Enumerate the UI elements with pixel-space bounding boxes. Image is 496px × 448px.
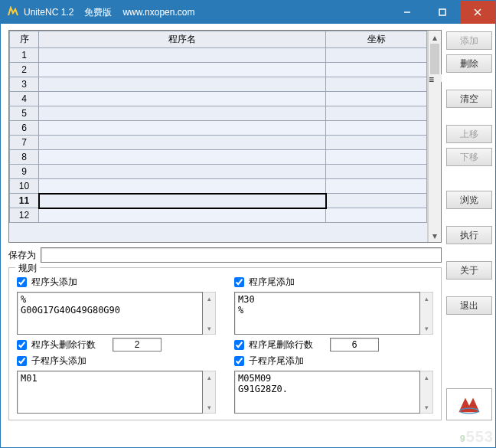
sub-head-label: 子程序头添加 [31, 355, 86, 368]
app-title: UniteNC 1.2 [24, 7, 73, 18]
row-number: 5 [10, 106, 39, 121]
tail-add-checkbox-row[interactable]: 程序尾添加 [234, 276, 433, 289]
textarea-scrollbar[interactable]: ▴▾ [420, 371, 433, 414]
scroll-down-icon[interactable]: ▾ [429, 229, 441, 242]
textarea-scrollbar[interactable]: ▴▾ [420, 292, 433, 335]
program-cell[interactable] [39, 136, 326, 150]
coord-cell[interactable] [326, 150, 427, 165]
coord-cell[interactable] [326, 194, 427, 208]
sub-tail-checkbox[interactable] [234, 356, 244, 366]
program-cell[interactable] [39, 92, 326, 106]
delete-button[interactable]: 删除 [446, 54, 492, 73]
program-cell[interactable] [39, 179, 326, 194]
add-button[interactable]: 添加 [446, 31, 492, 50]
tail-add-label: 程序尾添加 [249, 276, 295, 289]
tail-add-checkbox[interactable] [234, 277, 244, 287]
coord-cell[interactable] [326, 121, 427, 136]
program-table[interactable]: 序 程序名 坐标 123456789101112 ▴ ≡ ▾ [8, 30, 442, 243]
minimize-button[interactable] [390, 1, 425, 24]
scroll-thumb[interactable] [430, 44, 439, 74]
textarea-scrollbar[interactable]: ▴▾ [203, 371, 216, 414]
app-icon [7, 6, 19, 18]
program-cell[interactable] [39, 48, 326, 63]
sub-head-checkbox[interactable] [17, 356, 27, 366]
table-row[interactable]: 6 [10, 121, 427, 136]
sub-head-checkbox-row[interactable]: 子程序头添加 [17, 355, 216, 368]
head-del-checkbox-row[interactable]: 程序头删除行数 [17, 338, 216, 352]
coord-cell[interactable] [326, 48, 427, 63]
program-cell[interactable] [39, 194, 326, 208]
exit-button[interactable]: 退出 [446, 296, 492, 315]
coord-cell[interactable] [326, 106, 427, 121]
close-button[interactable] [460, 1, 495, 24]
table-row[interactable]: 1 [10, 48, 427, 63]
head-del-input[interactable] [113, 338, 162, 352]
coord-cell[interactable] [326, 77, 427, 92]
col-coord[interactable]: 坐标 [326, 31, 427, 48]
coord-cell[interactable] [326, 179, 427, 194]
svg-rect-1 [439, 9, 445, 15]
table-row[interactable]: 8 [10, 150, 427, 165]
tail-add-textarea[interactable] [234, 292, 420, 335]
url-label: www.nxopen.com [122, 7, 194, 18]
program-cell[interactable] [39, 150, 326, 165]
table-row[interactable]: 3 [10, 77, 427, 92]
saveas-input[interactable] [41, 247, 442, 263]
table-row[interactable]: 5 [10, 106, 427, 121]
table-scrollbar[interactable]: ▴ ≡ ▾ [428, 31, 441, 242]
head-add-label: 程序头添加 [31, 276, 77, 289]
row-number: 11 [10, 194, 39, 208]
program-cell[interactable] [39, 63, 326, 77]
row-number: 4 [10, 92, 39, 106]
tail-del-checkbox[interactable] [234, 340, 244, 350]
table-row[interactable]: 12 [10, 208, 427, 223]
head-del-checkbox[interactable] [17, 340, 27, 350]
maximize-button[interactable] [425, 1, 460, 24]
table-row[interactable]: 10 [10, 179, 427, 194]
tail-del-checkbox-row[interactable]: 程序尾删除行数 [234, 338, 433, 352]
program-cell[interactable] [39, 77, 326, 92]
row-number: 12 [10, 208, 39, 223]
coord-cell[interactable] [326, 63, 427, 77]
tail-del-label: 程序尾删除行数 [249, 338, 313, 352]
clear-button[interactable]: 清空 [446, 90, 492, 108]
tail-del-input[interactable] [330, 338, 379, 352]
row-number: 8 [10, 150, 39, 165]
coord-cell[interactable] [326, 208, 427, 223]
table-row[interactable]: 7 [10, 136, 427, 150]
row-number: 10 [10, 179, 39, 194]
head-del-label: 程序头删除行数 [31, 338, 96, 352]
move-down-button[interactable]: 下移 [446, 148, 492, 166]
titlebar: UniteNC 1.2 免费版 www.nxopen.com [1, 1, 495, 24]
col-seq[interactable]: 序 [10, 31, 39, 48]
execute-button[interactable]: 执行 [446, 226, 492, 244]
program-cell[interactable] [39, 121, 326, 136]
head-add-checkbox-row[interactable]: 程序头添加 [17, 276, 216, 289]
browse-button[interactable]: 浏览 [446, 191, 492, 209]
saveas-label: 保存为 [8, 249, 36, 262]
head-add-textarea[interactable] [17, 292, 203, 335]
sub-head-textarea[interactable] [17, 371, 203, 414]
row-number: 6 [10, 121, 39, 136]
head-add-checkbox[interactable] [17, 277, 27, 287]
scroll-up-icon[interactable]: ▴ [429, 31, 441, 44]
move-up-button[interactable]: 上移 [446, 125, 492, 143]
row-number: 9 [10, 165, 39, 179]
watermark: 9553 [460, 428, 494, 446]
textarea-scrollbar[interactable]: ▴▾ [203, 292, 216, 335]
coord-cell[interactable] [326, 136, 427, 150]
coord-cell[interactable] [326, 92, 427, 106]
col-program-name[interactable]: 程序名 [39, 31, 326, 48]
program-cell[interactable] [39, 165, 326, 179]
sub-tail-checkbox-row[interactable]: 子程序尾添加 [234, 355, 433, 368]
table-row[interactable]: 2 [10, 63, 427, 77]
about-button[interactable]: 关于 [446, 261, 492, 280]
row-number: 3 [10, 77, 39, 92]
program-cell[interactable] [39, 208, 326, 223]
table-row[interactable]: 4 [10, 92, 427, 106]
coord-cell[interactable] [326, 165, 427, 179]
sub-tail-textarea[interactable] [234, 371, 420, 414]
program-cell[interactable] [39, 106, 326, 121]
table-row[interactable]: 9 [10, 165, 427, 179]
table-row[interactable]: 11 [10, 194, 427, 208]
